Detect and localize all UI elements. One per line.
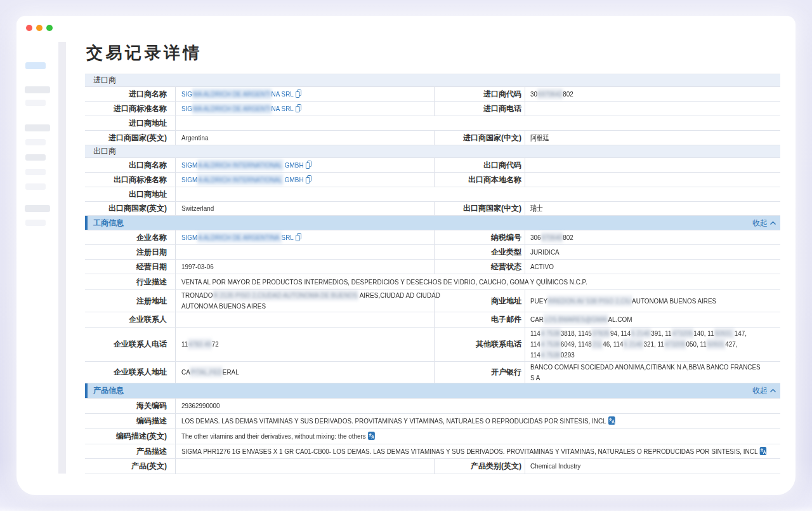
field-label: 出口商国家(中文): [434, 202, 525, 215]
table-row: 企业名称SIGMA ALDRICH DE ARGENTINA SRL纳税编号30…: [85, 230, 780, 245]
value-text: ACTIVO: [530, 262, 554, 271]
link-text[interactable]: SIG: [181, 104, 192, 113]
sidebar-item[interactable]: [25, 139, 46, 145]
value-text: Argentina: [181, 133, 208, 142]
value-text: AUTONOMA BUENOS AIRES: [632, 296, 716, 305]
minimize-window-dot[interactable]: [36, 25, 43, 31]
link-text[interactable]: SRL: [282, 233, 294, 242]
field-value: SIGMA ALDRICH DE ARGENTINA SRL: [176, 230, 434, 244]
field-value: VENTA AL POR MAYOR DE PRODUCTOS INTERMED…: [176, 274, 780, 289]
browser-window: 交易记录详情 进口商进口商名称SIGMA ALDRICH DE ARGENTIN…: [16, 16, 796, 495]
field-label: 海关编码: [85, 399, 176, 413]
section-title: 出口商: [93, 146, 116, 157]
field-value: Switzerland: [176, 202, 434, 215]
collapse-link[interactable]: 收起: [752, 218, 776, 229]
value-text: SIGMA PHR1276 1G ENVASES X 1 GR CA01-CB0…: [181, 447, 757, 456]
field-value: The other vitamins and their derivatives…: [176, 429, 780, 444]
value-text: AUTONOMA BUENOS AIRES: [181, 302, 266, 310]
sidebar-item[interactable]: [25, 154, 46, 161]
link-text[interactable]: SIGM: [181, 175, 197, 184]
table-row: 注册地址TRONADOR 2135 PISO 2,CIUDAD AUTONOMA…: [85, 290, 780, 312]
sidebar-item[interactable]: [25, 86, 50, 93]
redacted-text: A ALDRICH INTERNATIONAL: [197, 159, 283, 171]
field-label: 产品(英文): [85, 459, 176, 474]
field-label: 注册日期: [85, 245, 176, 259]
collapse-label: 收起: [752, 218, 768, 229]
field-value: [525, 158, 780, 172]
maximize-window-dot[interactable]: [46, 25, 53, 31]
page-background: 交易记录详情 进口商进口商名称SIGMA ALDRICH DE ARGENTIN…: [0, 0, 812, 511]
link-text[interactable]: SIG: [181, 90, 192, 98]
table-row: 企业联系人地址CAPITAL,FEDERAL开户银行BANCO COMAFI S…: [85, 362, 780, 383]
link-text[interactable]: SIGM: [181, 161, 197, 169]
field-value: SIGMA ALDRICH INTERNATIONAL GMBH: [176, 173, 434, 187]
field-label: 开户银行: [434, 362, 525, 383]
sidebar-item[interactable]: [25, 220, 46, 226]
field-value: 阿根廷: [525, 131, 780, 145]
table-row: 企业联系人电子邮件CARLOS.BMARES@GMAIAL.COM: [85, 312, 780, 328]
translate-icon[interactable]: [760, 447, 767, 455]
redacted-text: 5 2140: [631, 328, 651, 339]
sidebar-item[interactable]: [25, 183, 46, 190]
translate-icon[interactable]: [368, 432, 375, 440]
value-text: VENTA AL POR MAYOR DE PRODUCTOS INTERMED…: [181, 277, 587, 286]
redacted-text: PITAL,FED: [190, 366, 223, 378]
field-label: 进口商国家(中文): [434, 131, 525, 145]
field-value: SIGMA ALDRICH INTERNATIONAL GMBH: [176, 158, 434, 172]
field-value: SIGMA PHR1276 1G ENVASES X 1 GR CA01-CB0…: [176, 444, 780, 458]
copy-icon[interactable]: [306, 161, 311, 169]
redacted-text: LOS.BMARES@GMAI: [544, 314, 608, 325]
translate-icon[interactable]: [608, 416, 615, 425]
value-text: 050, 11: [686, 340, 707, 348]
value-text: 11: [181, 340, 188, 348]
redacted-text: MA ALDRICH DE ARGENTI: [192, 88, 271, 100]
table-row: 出口商名称SIGMA ALDRICH INTERNATIONAL GMBH出口商…: [85, 158, 780, 173]
field-value: PUEYRREDON AV 538 PISO 2,CIUAUTONOMA BUE…: [525, 290, 780, 312]
redacted-text: 211: [592, 338, 603, 350]
redacted-text: A ALDRICH INTERNATIONAL: [197, 174, 283, 185]
sidebar-item[interactable]: [25, 169, 46, 175]
link-text[interactable]: SIGM: [181, 233, 197, 242]
copy-icon[interactable]: [306, 175, 311, 183]
link-text[interactable]: NA SRL: [272, 104, 294, 113]
table-row: 编码描述(英文)The other vitamins and their der…: [85, 429, 780, 444]
collapse-label: 收起: [752, 385, 768, 396]
value-text: 114: [530, 350, 540, 359]
field-label: 出口商标准名称: [85, 173, 176, 187]
sidebar-item[interactable]: [25, 205, 50, 212]
field-value: 29362990000: [176, 399, 780, 413]
redacted-text: 50931: [707, 338, 725, 350]
field-value: CARLOS.BMARES@GMAIAL.COM: [525, 312, 780, 327]
copy-icon[interactable]: [296, 233, 301, 241]
field-label: 出口商名称: [85, 158, 176, 172]
table-row: 进口商地址: [85, 116, 780, 131]
field-label: 企业联系人地址: [85, 362, 176, 383]
sidebar-item-active[interactable]: [25, 62, 46, 69]
field-value: [176, 459, 434, 474]
field-value: [525, 102, 780, 116]
link-text[interactable]: NA SRL: [272, 90, 294, 98]
redacted-text: 50931: [714, 328, 735, 339]
value-text: 29362990000: [181, 401, 220, 410]
link-text[interactable]: GMBH: [283, 175, 303, 184]
value-text: 94, 114: [610, 329, 631, 338]
collapse-link[interactable]: 收起: [752, 385, 776, 396]
link-text[interactable]: GMBH: [283, 161, 303, 169]
copy-icon[interactable]: [296, 90, 301, 98]
field-label: 商业地址: [434, 290, 525, 312]
field-label: 进口商地址: [85, 116, 176, 130]
close-window-dot[interactable]: [26, 25, 32, 31]
sidebar-item[interactable]: [25, 100, 46, 106]
value-text: 802: [563, 233, 573, 242]
chevron-up-icon: [769, 221, 776, 225]
table-row: 注册日期企业类型JURIDICA: [85, 245, 780, 260]
field-label: 出口商本地名称: [434, 173, 525, 187]
redacted-text: 5 2140: [623, 338, 643, 350]
field-value: LOS DEMAS. LAS DEMAS VITAMINAS Y SUS DER…: [176, 414, 780, 428]
field-value: 1144 75383818, 11450783594, 1145 2140391…: [525, 328, 780, 361]
table-row: 海关编码29362990000: [85, 399, 780, 414]
redacted-text: 4783 49: [188, 338, 212, 350]
copy-icon[interactable]: [296, 104, 301, 112]
sidebar-item[interactable]: [25, 124, 50, 131]
section-header: 产品信息收起: [85, 383, 780, 399]
